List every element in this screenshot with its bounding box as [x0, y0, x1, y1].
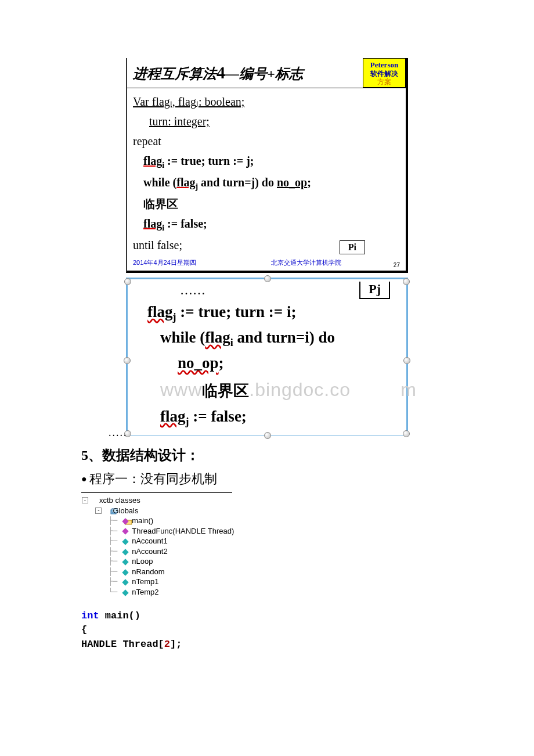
- slide-peterson-pi: 进程互斥算法4—编号+标志 Peterson 软件解决 方案 Var flagᵢ…: [126, 58, 408, 273]
- handle-decl-a: HANDLE Thread[: [81, 639, 164, 650]
- critical-section: 临界区: [133, 194, 400, 214]
- tree-root-label: xctb classes: [99, 495, 140, 506]
- tree-item-label: nLoop: [132, 556, 153, 567]
- semi: ;: [307, 176, 311, 189]
- peterson-badge: Peterson 软件解决 方案: [363, 58, 406, 88]
- flag-i-2: flag: [143, 217, 162, 230]
- selection-handle-icon: [124, 357, 131, 364]
- svg-rect-3: [122, 528, 129, 535]
- divider: [81, 492, 232, 493]
- peterson-l2: 软件解决: [365, 70, 404, 78]
- selection-handle-icon: [124, 278, 131, 285]
- code-snippet: int main() { HANDLE Thread[2];: [81, 609, 453, 652]
- slide1-code: Var flagᵢ, flagⱼ: boolean; turn: integer…: [127, 88, 406, 257]
- tree-item-label: nTemp2: [132, 587, 158, 597]
- svg-rect-6: [122, 559, 129, 565]
- svg-rect-8: [122, 579, 129, 586]
- title-num: 4: [217, 63, 225, 82]
- watermark-2: .bingdoc.co: [249, 379, 351, 400]
- peterson-l3: 方案: [365, 78, 404, 86]
- tree-item-label: main(): [132, 516, 153, 526]
- svg-rect-7: [122, 569, 129, 575]
- tree-item[interactable]: └─ nTemp2: [81, 587, 453, 597]
- title-part2: —编号+标志: [225, 66, 303, 81]
- tree-item[interactable]: ├─ ThreadFunc(HANDLE Thread): [81, 526, 453, 537]
- section-5-sub-text: 程序一：没有同步机制: [89, 471, 217, 486]
- classview-tree: - xctb classes - Globals ├─ main() ├─ Th…: [81, 495, 453, 597]
- variable-icon: [122, 538, 130, 545]
- watermark-3: m: [400, 376, 417, 405]
- footer-mid: 北京交通大学计算机学院: [248, 258, 341, 268]
- turn-decl: turn: integer;: [149, 115, 210, 128]
- main-sig: main(): [99, 610, 140, 621]
- code-line: int main(): [81, 609, 453, 624]
- tree-item-label: nRandom: [132, 567, 164, 577]
- function-icon: [122, 527, 130, 534]
- repeat: repeat: [133, 131, 400, 151]
- watermark-1: www: [160, 379, 202, 400]
- assign-2: := true; turn := i;: [176, 303, 297, 321]
- peterson-l1: Peterson: [365, 60, 404, 70]
- tree-item-label: ThreadFunc(HANDLE Thread): [132, 526, 234, 537]
- slide-peterson-pj: Pj …… flagj := true; turn := i; while (f…: [126, 278, 408, 435]
- bullet-icon: ●: [81, 474, 89, 484]
- tree-globals[interactable]: - Globals: [81, 506, 453, 516]
- no-op: no_op: [277, 176, 307, 189]
- slide1-footer: 2014年4月24日星期四 北京交通大学计算机学院 27: [127, 257, 406, 271]
- title-part1: 进程互斥算法: [133, 66, 217, 81]
- footer-date: 2014年4月24日星期四: [133, 258, 196, 268]
- folder-icon: [103, 507, 111, 514]
- tree-item[interactable]: ├─ nAccount2: [81, 546, 453, 557]
- assign-false: := false;: [164, 217, 207, 230]
- critical-section-2: 临界区: [202, 382, 249, 399]
- tree-item[interactable]: ├─ main(): [81, 516, 453, 526]
- section-5-heading: 5、数据结构设计：: [81, 446, 453, 465]
- num-2: 2: [164, 639, 170, 650]
- flag-j-1: flag: [147, 303, 173, 321]
- pi-label: Pi: [340, 240, 365, 254]
- selection-handle-icon: [264, 275, 271, 282]
- var-decl: Var flagᵢ, flagⱼ: boolean;: [133, 95, 244, 108]
- classes-icon: [89, 497, 98, 504]
- semi-2: ;: [219, 354, 224, 372]
- collapse-icon[interactable]: -: [82, 497, 88, 503]
- variable-icon: [122, 558, 130, 565]
- svg-rect-4: [122, 538, 129, 545]
- handle-decl-b: ];: [170, 639, 182, 650]
- tree-item[interactable]: ├─ nLoop: [81, 556, 453, 567]
- selection-handle-icon: [403, 430, 410, 437]
- while-cond-2: and turn=i) do: [233, 329, 335, 346]
- no-op-2: no_op: [178, 354, 219, 372]
- assign-false-2: := false;: [189, 408, 247, 425]
- tree-item-label: nAccount1: [132, 536, 167, 546]
- tree-item[interactable]: ├─ nRandom: [81, 567, 453, 577]
- variable-icon: [122, 589, 130, 596]
- assign-1: := true; turn := j;: [164, 154, 254, 167]
- svg-rect-9: [122, 589, 129, 596]
- section-5: 5、数据结构设计： ●程序一：没有同步机制 - xctb classes - G…: [81, 446, 453, 651]
- pj-label: Pj: [359, 282, 390, 299]
- while-cond: and turn=j) do: [198, 176, 277, 189]
- variable-icon: [122, 578, 130, 585]
- tree-item[interactable]: ├─ nTemp1: [81, 577, 453, 587]
- slide1-title: 进程互斥算法4—编号+标志: [127, 58, 363, 88]
- variable-icon: [122, 548, 130, 555]
- selection-handle-icon: [264, 432, 271, 439]
- selection-handle-icon: [403, 278, 410, 285]
- collapse-icon[interactable]: -: [95, 507, 102, 514]
- svg-rect-5: [122, 549, 129, 555]
- selection-handle-icon: [403, 357, 410, 364]
- function-icon: [122, 517, 130, 524]
- while-open-2: while (: [160, 329, 205, 346]
- flag-i-1: flag: [143, 154, 162, 167]
- flag-j: flag: [176, 176, 195, 189]
- svg-rect-2: [122, 518, 129, 524]
- tree-root[interactable]: - xctb classes: [81, 495, 453, 506]
- while-open: while (: [143, 176, 176, 189]
- code-line: HANDLE Thread[2];: [81, 638, 453, 652]
- tree-item[interactable]: ├─ nAccount1: [81, 536, 453, 546]
- tree-globals-label: Globals: [113, 506, 138, 516]
- flag-i-w: flag: [205, 329, 230, 346]
- kw-int: int: [81, 610, 99, 621]
- variable-icon: [122, 568, 130, 575]
